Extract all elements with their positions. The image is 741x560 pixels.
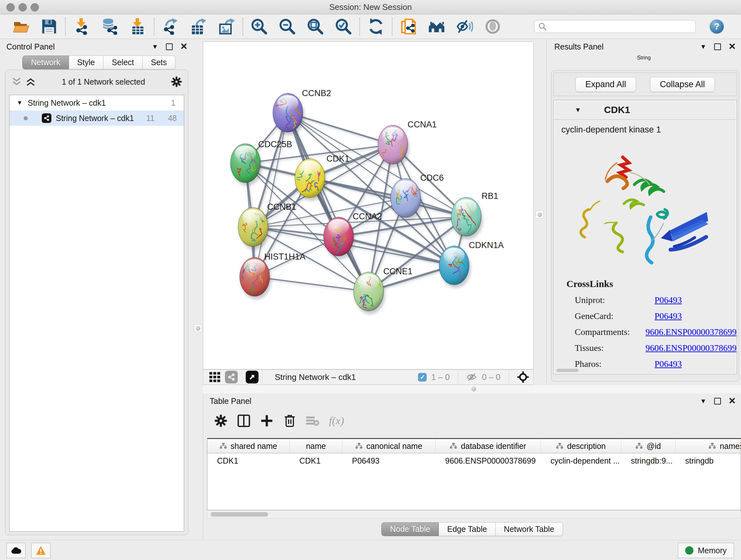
section-scroll-thumb[interactable]	[556, 369, 579, 372]
zoom-fit-button[interactable]	[301, 16, 329, 37]
column-header-shared-name[interactable]: shared name	[207, 439, 290, 453]
node-CCNE1[interactable]: CCNE1	[354, 266, 413, 314]
cloud-services-button[interactable]	[6, 543, 25, 558]
delete-column-icon[interactable]	[283, 414, 296, 428]
crosslink-link[interactable]: P06493	[655, 359, 682, 369]
panel-menu-icon[interactable]: ▼	[700, 397, 706, 405]
network-canvas[interactable]: CCNB2CCNA1CDC25BCDK1CDC6RB1CCNB1CCNA2CDK…	[203, 42, 534, 369]
column-header-database-identifier[interactable]: database identifier	[435, 439, 541, 453]
open-session-button[interactable]	[7, 16, 35, 37]
edge-CCNB2-CCNE1[interactable]	[288, 113, 368, 292]
crosslink-link[interactable]: 9606.ENSP00000378699	[646, 327, 737, 337]
node-RB1[interactable]: RB1	[451, 191, 498, 240]
cdk1-section-header[interactable]: ▼ CDK1	[554, 100, 737, 120]
show-panels-button[interactable]	[479, 16, 507, 37]
node-CCNA1[interactable]: CCNA1	[378, 120, 437, 167]
column-header-name[interactable]: name	[290, 439, 342, 453]
node-CDK1[interactable]: CDK1	[295, 154, 349, 201]
edge-HIST1H1A-CCNE1[interactable]	[255, 277, 368, 292]
network-options-gear-icon[interactable]	[171, 76, 182, 87]
search-input[interactable]	[550, 22, 691, 31]
tab-edge-table[interactable]: Edge Table	[439, 522, 495, 536]
close-panel-icon[interactable]: ✕	[180, 42, 188, 51]
import-network-file-button[interactable]	[68, 16, 96, 37]
import-network-database-button[interactable]	[96, 16, 124, 37]
tab-select[interactable]: Select	[104, 56, 142, 69]
tab-string[interactable]: String	[637, 55, 651, 61]
left-splitter-handle[interactable]	[194, 324, 202, 332]
cell[interactable]: 9606.ENSP00000378699	[435, 453, 541, 468]
tab-style[interactable]: Style	[69, 56, 104, 69]
float-panel-icon[interactable]	[166, 44, 173, 50]
edge-CDK1-RB1[interactable]	[310, 178, 466, 217]
panel-menu-icon[interactable]: ▼	[152, 43, 158, 51]
hide-panels-button[interactable]	[451, 16, 479, 37]
table-horizontal-scrollbar[interactable]	[207, 510, 741, 518]
grid-view-icon[interactable]	[208, 371, 222, 383]
export-network-button[interactable]	[156, 16, 185, 37]
column-header-namespace[interactable]: namespace	[676, 439, 741, 453]
network-row-selected[interactable]: String Network – cdk1 11 48	[10, 111, 184, 126]
open-network-in-browser-button[interactable]	[394, 16, 422, 37]
column-header-canonical-name[interactable]: canonical name	[342, 439, 435, 453]
selected-checkbox[interactable]: ✓	[418, 373, 427, 381]
node-CDC6[interactable]: CDC6	[391, 173, 444, 221]
cell[interactable]: CDK1	[290, 453, 342, 468]
warnings-button[interactable]	[31, 543, 51, 558]
horizontal-splitter-handle[interactable]	[471, 387, 476, 391]
node-HIST1H1A[interactable]: HIST1H1A	[240, 252, 306, 300]
hidden-eye-icon[interactable]	[467, 373, 477, 381]
float-panel-icon[interactable]	[714, 398, 721, 405]
crosslink-link[interactable]: P06493	[655, 295, 682, 305]
table-options-gear-icon[interactable]	[214, 414, 227, 428]
node-CDC25B[interactable]: CDC25B	[230, 139, 292, 186]
expand-all-button[interactable]: Expand All	[576, 77, 636, 92]
help-button[interactable]: ?	[710, 19, 724, 34]
zoom-out-button[interactable]	[273, 16, 301, 37]
export-image-button[interactable]	[212, 16, 241, 37]
panel-menu-icon[interactable]: ▼	[700, 43, 706, 51]
network-share-view-icon[interactable]	[225, 371, 238, 383]
scrollbar-thumb[interactable]	[211, 512, 268, 516]
show-columns-icon[interactable]	[237, 414, 251, 428]
zoom-in-button[interactable]	[245, 16, 273, 37]
cell[interactable]: CDK1	[207, 453, 290, 468]
tree-expander-icon[interactable]: ▼	[17, 99, 23, 106]
close-panel-icon[interactable]: ✕	[729, 42, 736, 51]
collapse-all-icon[interactable]	[11, 77, 22, 86]
cell[interactable]: stringdb:9...	[621, 453, 676, 468]
crosslink-link[interactable]: P06493	[655, 311, 682, 321]
home-pages-button[interactable]	[422, 16, 451, 37]
node-CCNB2[interactable]: CCNB2	[273, 88, 331, 135]
refresh-button[interactable]	[362, 16, 390, 37]
node-CDKN1A[interactable]: CDKN1A	[439, 240, 504, 288]
close-panel-icon[interactable]: ✕	[729, 396, 736, 406]
network-collection-row[interactable]: ▼ String Network – cdk1 1	[10, 95, 184, 111]
cell[interactable]: cyclin-dependent ...	[541, 453, 621, 468]
tab-network[interactable]: Network	[22, 56, 69, 69]
export-table-button[interactable]	[185, 16, 212, 37]
create-column-icon[interactable]	[260, 414, 273, 428]
column-header-description[interactable]: description	[541, 439, 621, 453]
tab-node-table[interactable]: Node Table	[381, 522, 439, 536]
node-CCNB1[interactable]: CCNB1	[238, 202, 296, 250]
import-table-button[interactable]	[124, 16, 152, 37]
expand-all-icon[interactable]	[25, 77, 36, 86]
section-expander-icon[interactable]: ▼	[575, 106, 581, 114]
cell[interactable]: P06493	[342, 453, 435, 468]
memory-button[interactable]: Memory	[678, 543, 734, 558]
fit-selected-crosshair-icon[interactable]	[517, 371, 529, 383]
collapse-all-button[interactable]: Collapse All	[650, 77, 715, 92]
zoom-selected-button[interactable]	[329, 16, 357, 37]
node-CCNA2[interactable]: CCNA2	[324, 212, 382, 259]
function-builder-button[interactable]: f(x)	[329, 415, 344, 427]
tab-network-table[interactable]: Network Table	[495, 522, 563, 536]
tab-sets[interactable]: Sets	[143, 56, 176, 69]
float-panel-icon[interactable]	[714, 44, 721, 50]
horizontal-splitter[interactable]	[203, 385, 741, 394]
birdseye-view-icon[interactable]	[246, 371, 259, 383]
cell[interactable]: stringdb	[676, 453, 741, 468]
save-session-button[interactable]	[35, 16, 63, 37]
crosslink-link[interactable]: 9606.ENSP00000378699	[646, 343, 737, 353]
right-splitter-handle[interactable]	[536, 211, 543, 219]
